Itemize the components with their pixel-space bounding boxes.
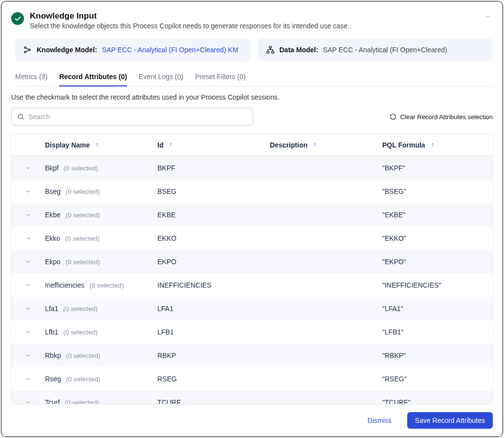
svg-point-0 [24,47,26,48]
tab-metrics[interactable]: Metrics (3) [15,69,47,86]
data-model-label: Data Model: [280,46,318,54]
panel-title: Knowledge Input [30,11,477,21]
col-pql[interactable]: PQL Formula [382,141,492,149]
row-pql: "TCURF" [382,398,492,404]
sort-icon [95,141,101,149]
svg-line-7 [22,118,23,120]
row-name: Inefficiencies [45,281,85,289]
col-display-name[interactable]: Display Name [45,141,157,149]
row-id: EKBE [157,211,270,219]
expand-row[interactable] [12,212,45,218]
clear-selection-button[interactable]: Clear Record Attributes selection [390,113,493,121]
sort-icon [168,141,174,149]
chevron-down-icon [25,235,31,241]
tab-preset-filters[interactable]: Preset Filters (0) [195,69,245,86]
expand-row[interactable] [12,165,45,171]
expand-row[interactable] [12,235,45,241]
row-selected-count: (0 selected) [65,399,99,404]
row-pql: "EKPO" [382,258,492,266]
row-selected-count: (0 selected) [65,235,100,242]
search-icon [17,113,24,121]
clear-selection-label: Clear Record Attributes selection [400,113,493,121]
row-pql: "BKPF" [382,164,492,172]
chevron-down-icon [25,282,31,288]
attributes-table: Display Name Id Description PQL Formula … [11,133,493,404]
chevron-down-icon [25,399,31,404]
collapse-toggle[interactable] [483,11,493,23]
sort-icon [312,141,318,149]
row-selected-count: (0 selected) [66,375,101,383]
row-name: Ekpo [45,258,61,266]
row-pql: "RSEG" [382,375,492,383]
row-id: LFA1 [157,305,270,313]
row-name: Lfa1 [45,305,58,313]
table-body: Bkpf(0 selected)BKPF"BKPF"Bseg(0 selecte… [12,156,492,404]
expand-row[interactable] [12,259,45,265]
expand-row[interactable] [12,329,45,335]
row-pql: "BSEG" [382,188,492,195]
chevron-down-icon [25,188,31,194]
table-row: Inefficiencies(0 selected)INEFFICIENCIES… [12,273,492,297]
dismiss-button[interactable]: Dismiss [362,413,397,428]
row-selected-count: (0 selected) [66,258,100,266]
row-name: Tcurf [45,398,60,404]
col-id[interactable]: Id [157,141,270,149]
svg-point-6 [19,114,23,119]
row-selected-count: (0 selected) [64,165,98,172]
table-row: Ekko(0 selected)EKKO"EKKO" [12,227,492,250]
svg-rect-5 [271,51,274,53]
table-row: Rbkp(0 selected)RBKP"RBKP" [12,344,492,367]
save-button[interactable]: Save Record Attributes [407,412,493,429]
row-selected-count: (0 selected) [63,329,98,336]
row-name: Rseg [45,375,61,383]
row-id: BSEG [157,188,270,195]
expand-row[interactable] [12,282,45,288]
expand-row[interactable] [12,353,45,358]
row-selected-count: (0 selected) [63,305,98,313]
refresh-icon [390,113,396,120]
tab-record-attributes[interactable]: Record Attributes (0) [59,69,127,86]
panel-footer: Dismiss Save Record Attributes [11,404,493,429]
row-name: Bkpf [45,164,59,172]
expand-row[interactable] [12,188,45,194]
table-row: Ekbe(0 selected)EKBE"EKBE" [12,203,492,227]
row-id: EKPO [157,258,270,266]
panel-subtitle: Select the knowledge objects this Proces… [30,22,477,30]
svg-point-1 [24,51,26,53]
chevron-down-icon [25,165,31,171]
col-description[interactable]: Description [270,141,382,149]
row-pql: "RBKP" [382,352,492,359]
knowledge-model-value[interactable]: SAP ECC - Analytical (FI Open+Cleared) K… [102,46,239,54]
chevron-down-icon [25,212,31,218]
chevron-down-icon [25,329,31,335]
row-name: Rbkp [45,352,61,359]
row-pql: "INEFFICIENCIES" [382,281,492,289]
table-row: Bseg(0 selected)BSEG"BSEG" [12,180,492,203]
row-pql: "LFA1" [382,305,492,313]
row-pql: "EKKO" [382,234,492,242]
chevron-down-icon [25,259,31,265]
table-row: Tcurf(0 selected)TCURF"TCURF" [12,391,492,404]
expand-row[interactable] [12,376,45,382]
table-row: Bkpf(0 selected)BKPF"BKPF" [12,156,492,180]
row-id: TCURF [157,398,270,404]
tab-bar: Metrics (3) Record Attributes (0) Event … [15,69,493,86]
row-pql: "EKBE" [382,211,492,219]
tab-event-logs[interactable]: Event Logs (0) [139,69,183,86]
expand-row[interactable] [12,306,45,312]
search-input[interactable] [11,108,253,125]
expand-row[interactable] [12,399,45,404]
row-selected-count: (0 selected) [66,211,100,219]
row-id: INEFFICIENCIES [157,281,270,289]
row-selected-count: (0 selected) [66,188,100,195]
knowledge-model-card: Knowledge Model: SAP ECC - Analytical (F… [15,39,250,61]
model-summary-row: Knowledge Model: SAP ECC - Analytical (F… [15,39,493,61]
check-icon [11,12,24,25]
chevron-down-icon [25,376,31,382]
table-header: Display Name Id Description PQL Formula [12,134,492,156]
selection-hint: Use the checkmark to select the record a… [11,93,493,101]
sort-icon [430,141,436,149]
table-row: Ekpo(0 selected)EKPO"EKPO" [12,250,492,273]
row-selected-count: (0 selected) [66,352,101,359]
row-id: RBKP [157,352,270,359]
